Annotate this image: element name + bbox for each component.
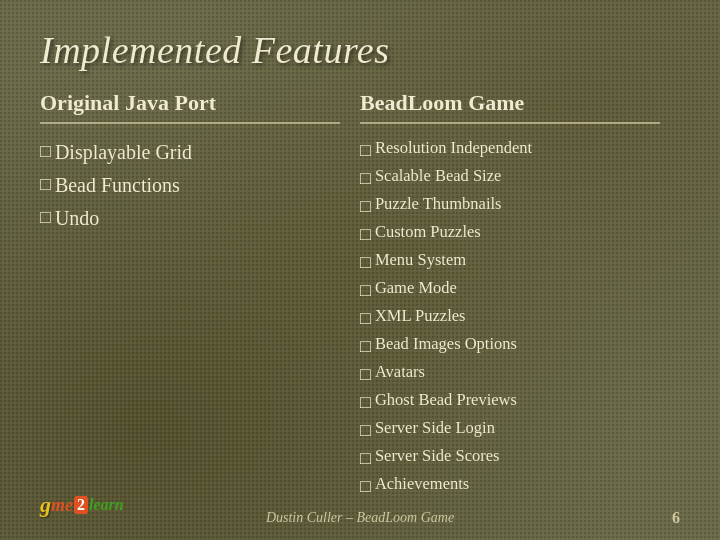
list-item: □Bead Images Options [360,332,660,360]
right-list: □Resolution Independent□Scalable Bead Si… [360,136,660,500]
logo-learn: learn [89,496,124,514]
item-text: Server Side Scores [375,444,500,469]
bullet-icon: □ [40,203,51,233]
item-text: XML Puzzles [375,304,466,329]
item-text: Menu System [375,248,466,273]
list-item: □ Undo [40,202,340,235]
left-list: □ Displayable Grid □ Bead Functions □ Un… [40,136,340,235]
list-item: □XML Puzzles [360,304,660,332]
right-column: BeadLoom Game □Resolution Independent□Sc… [360,90,680,500]
bullet-icon: □ [360,193,371,220]
item-text: Custom Puzzles [375,220,481,245]
bullet-icon: □ [360,333,371,360]
page-number: 6 [672,509,680,527]
bullet-icon: □ [360,389,371,416]
right-column-header: BeadLoom Game [360,90,660,116]
logo: g me 2 learn [40,492,124,518]
list-item: □Custom Puzzles [360,220,660,248]
list-item: □Puzzle Thumbnails [360,192,660,220]
list-item: □ Bead Functions [40,169,340,202]
item-text: Displayable Grid [55,136,192,169]
bullet-icon: □ [360,445,371,472]
bullet-icon: □ [360,305,371,332]
bullet-icon: □ [40,137,51,167]
bullet-icon: □ [360,249,371,276]
bullet-icon: □ [360,137,371,164]
footer-text: Dustin Culler – BeadLoom Game [40,510,680,526]
bullet-icon: □ [360,277,371,304]
bullet-icon: □ [360,361,371,388]
right-divider [360,122,660,124]
logo-me: me [51,495,73,516]
item-text: Achievements [375,472,469,497]
item-text: Bead Functions [55,169,180,202]
list-item: □Resolution Independent [360,136,660,164]
list-item: □Avatars [360,360,660,388]
bullet-icon: □ [360,221,371,248]
logo-g: g [40,492,51,518]
item-text: Undo [55,202,99,235]
item-text: Scalable Bead Size [375,164,501,189]
list-item: □Game Mode [360,276,660,304]
item-text: Puzzle Thumbnails [375,192,502,217]
item-text: Server Side Login [375,416,495,441]
item-text: Game Mode [375,276,457,301]
item-text: Ghost Bead Previews [375,388,517,413]
bullet-icon: □ [360,417,371,444]
slide-title: Implemented Features [40,28,680,72]
footer: g me 2 learn Dustin Culler – BeadLoom Ga… [0,510,720,526]
list-item: □Server Side Login [360,416,660,444]
list-item: □ Displayable Grid [40,136,340,169]
item-text: Bead Images Options [375,332,517,357]
bullet-icon: □ [360,473,371,500]
item-text: Avatars [375,360,425,385]
list-item: □Scalable Bead Size [360,164,660,192]
left-column: Original Java Port □ Displayable Grid □ … [40,90,360,500]
bullet-icon: □ [40,170,51,200]
list-item: □Server Side Scores [360,444,660,472]
slide: Implemented Features Original Java Port … [0,0,720,540]
list-item: □Achievements [360,472,660,500]
left-column-header: Original Java Port [40,90,340,116]
logo-2: 2 [74,496,88,514]
left-divider [40,122,340,124]
list-item: □Ghost Bead Previews [360,388,660,416]
bullet-icon: □ [360,165,371,192]
list-item: □Menu System [360,248,660,276]
item-text: Resolution Independent [375,136,532,161]
content-area: Original Java Port □ Displayable Grid □ … [40,90,680,500]
